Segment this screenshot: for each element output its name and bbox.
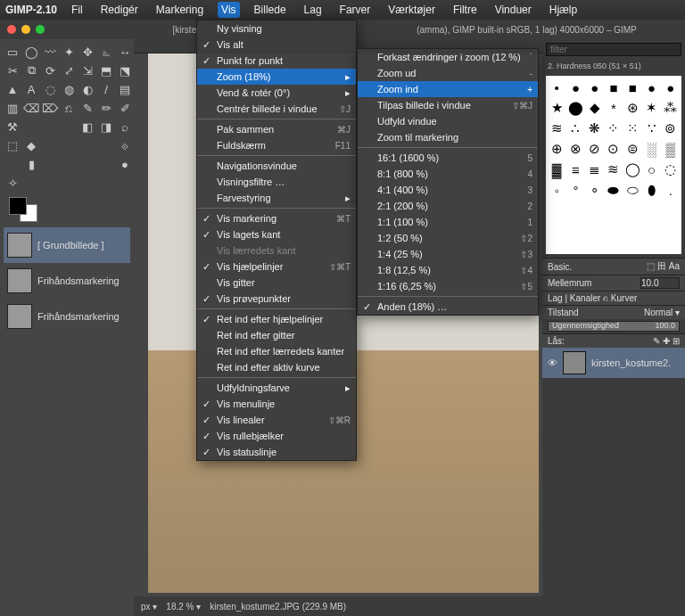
tool-button[interactable]: / [97,80,115,98]
menu-item[interactable]: Pak sammen⌘J [197,121,356,137]
tool-button[interactable]: ⤢ [60,62,78,79]
dock-icons[interactable]: ⬚ 田 Aa [647,260,680,273]
brush-item[interactable] [605,201,623,220]
preset-label[interactable]: Basic. [548,262,572,272]
brush-item[interactable]: ● [642,78,660,97]
menu-item[interactable]: Ny visning [197,21,356,37]
spacing-value[interactable] [640,277,680,289]
brush-item[interactable]: ✶ [642,98,660,118]
brush-item[interactable]: ◯ [623,160,641,179]
tool-button[interactable]: ⧉ [22,62,40,79]
status-unit[interactable]: px ▾ [141,602,157,612]
history-item[interactable]: Frihåndsmarkering [4,299,130,334]
tool-button[interactable]: ▮ [22,155,40,173]
brush-item[interactable] [566,201,584,220]
brush-item[interactable]: ⁘ [605,119,623,138]
status-zoom[interactable]: 18.2 % ▾ [166,602,201,612]
opacity-slider[interactable]: Ugennemsigtighed 100.0 [548,321,680,332]
tool-button[interactable]: ✐ [116,99,134,117]
menu-item[interactable]: 2:1 (200 %)2 [358,198,538,214]
menu-lag[interactable]: Lag [301,2,326,18]
menu-filtre[interactable]: Filtre [450,2,481,18]
mode-value[interactable]: Normal ▾ [644,308,680,317]
brush-item[interactable]: ⁂ [662,98,680,118]
brush-item[interactable]: ★ [548,98,565,118]
tool-button[interactable] [97,136,115,154]
menu-item[interactable]: Zoom (18%)▸ [197,69,356,85]
brush-item[interactable]: ∵ [642,119,660,138]
brush-item[interactable]: ⊘ [586,139,604,159]
tool-button[interactable] [97,155,115,173]
menu-farver[interactable]: Farver [336,2,375,18]
menu-item[interactable]: FuldskærmF11 [197,137,356,153]
brush-item[interactable] [586,201,604,220]
tool-button[interactable]: 〰 [41,43,59,61]
menu-markering[interactable]: Markering [153,2,207,18]
brush-item[interactable]: ■ [605,78,623,97]
menu-item[interactable]: 1:2 (50 %)⇧2 [358,230,538,246]
brush-item[interactable]: ⊛ [623,98,641,118]
menu-item[interactable]: 1:8 (12,5 %)⇧4 [358,262,538,278]
brush-item[interactable]: * [605,98,623,118]
tool-button[interactable]: ⚒ [4,118,21,136]
tool-button[interactable]: A [22,80,40,98]
lock-icons[interactable]: ✎ ✚ ⊞ [653,336,680,346]
menu-item[interactable]: 16:1 (1600 %)5 [358,150,538,166]
menu-item[interactable]: 1:1 (100 %)1 [358,214,538,230]
tool-button[interactable]: ✎ [78,99,96,117]
brush-item[interactable]: • [548,78,565,97]
menu-item[interactable]: Tilpas billede i vindue⇧⌘J [358,97,538,113]
menu-item[interactable]: ✓Vis statuslinje [197,444,356,460]
brush-item[interactable]: ⊙ [605,139,623,159]
tool-button[interactable]: ◌ [41,80,59,98]
menu-item[interactable]: ✓Vis hjælpelinjer⇧⌘T [197,259,356,275]
menu-item[interactable]: Zoom ud- [358,65,538,81]
close-icon[interactable] [7,25,16,34]
tool-button[interactable]: ▥ [4,99,21,117]
tool-button[interactable]: ▭ [4,43,21,61]
brush-item[interactable]: ⬮ [642,180,660,200]
menu-item[interactable]: Visningsfiltre … [197,174,356,190]
brush-item[interactable]: ● [662,78,680,97]
brush-item[interactable]: ° [566,180,584,200]
brush-item[interactable]: ● [586,78,604,97]
menu-item[interactable]: 1:4 (25 %)⇧3 [358,246,538,262]
tool-button[interactable]: ⌕ [116,118,134,136]
brush-item[interactable]: ◌ [662,160,680,179]
tool-button[interactable]: ▤ [116,80,134,98]
menu-item[interactable]: ✓Anden (18%) … [358,299,538,315]
brush-item[interactable]: ○ [642,160,660,179]
tool-button[interactable]: ◯ [22,43,40,61]
tool-button[interactable]: ⎁ [97,43,115,61]
tool-button[interactable]: ⌫ [22,99,40,117]
brush-item[interactable]: ■ [623,78,641,97]
menu-item[interactable]: Zoom til markering [358,129,538,145]
brush-item[interactable]: ⊗ [566,139,584,159]
brush-item[interactable]: ≣ [586,160,604,179]
brush-item[interactable]: ⬤ [566,98,584,118]
menu-item[interactable]: Vend & rotér (0°)▸ [197,85,356,101]
menu-item[interactable]: Ret ind efter aktiv kurve [197,359,356,375]
menu-vis[interactable]: Vis [218,2,239,18]
tool-button[interactable]: ✦ [60,43,78,61]
layers-tab[interactable]: Lag | Kanaler ⎌ Kurver [548,293,637,303]
brush-grid[interactable]: •●●■■●●★⬤◆*⊛✶⁂≋∴❋⁘⁙∵⊚⊕⊗⊘⊙⊜░▒▓≡≣≋◯○◌◦°∘⬬⬭… [546,76,681,254]
brush-item[interactable]: ⊕ [548,139,565,159]
tool-button[interactable] [4,155,21,173]
tool-button[interactable] [60,136,78,154]
brush-item[interactable]: ∘ [586,180,604,200]
tool-button[interactable] [78,155,96,173]
history-item[interactable]: Frihåndsmarkering [4,263,130,299]
tool-button[interactable]: ⇲ [78,62,96,79]
menu-item[interactable]: Navigationsvindue [197,158,356,174]
brush-item[interactable]: ⬭ [623,180,641,200]
menu-item[interactable]: Centrér billede i vindue⇧J [197,101,356,117]
menu-item[interactable]: Udfyldningsfarve▸ [197,380,356,396]
menu-billede[interactable]: Billede [251,2,290,18]
brush-item[interactable]: ░ [642,139,660,159]
menu-vaerktoejer[interactable]: Værktøjer [384,2,439,18]
brush-item[interactable]: ⊜ [623,139,641,159]
tool-button[interactable]: ◍ [60,80,78,98]
brush-filter-input[interactable] [546,43,681,56]
tool-button[interactable]: ● [116,155,134,173]
